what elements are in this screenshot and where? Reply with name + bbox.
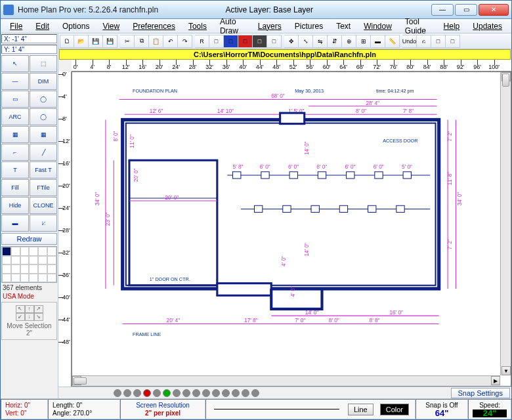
status-dot-10[interactable]: [212, 389, 220, 397]
toolbar-tool-b[interactable]: □: [224, 35, 238, 48]
vertical-scrollbar[interactable]: ▲ ▼: [500, 72, 511, 375]
swatch-11[interactable]: [47, 256, 56, 265]
menu-help[interactable]: Help: [438, 20, 465, 32]
tool-2[interactable]: —: [1, 73, 29, 90]
toolbar-red[interactable]: □: [238, 35, 253, 48]
status-dot-5[interactable]: [163, 389, 171, 397]
swatch-3[interactable]: [29, 247, 38, 256]
tool-12[interactable]: T: [1, 161, 29, 178]
swatch-9[interactable]: [29, 256, 38, 265]
swatch-20[interactable]: [20, 274, 30, 283]
horizontal-scrollbar[interactable]: ◀ ▶: [72, 375, 500, 386]
menu-updates[interactable]: Updates: [467, 20, 507, 32]
toolbar-copy[interactable]: ⧉: [135, 35, 149, 48]
menu-tools[interactable]: Tools: [183, 20, 212, 32]
menu-file[interactable]: File: [5, 20, 28, 32]
swatch-7[interactable]: [11, 256, 20, 265]
snap-settings-button[interactable]: Snap Settings: [451, 388, 511, 398]
color-button[interactable]: Color: [380, 404, 409, 415]
swatch-6[interactable]: [2, 256, 11, 265]
toolbar-center[interactable]: ⊕: [342, 35, 356, 48]
swatch-14[interactable]: [20, 264, 30, 274]
toolbar-redo[interactable]: ↷: [178, 35, 192, 48]
tool-3[interactable]: DIM: [30, 73, 57, 90]
status-dot-3[interactable]: [143, 389, 151, 397]
tool-13[interactable]: Fast T: [30, 161, 57, 178]
toolbar-new[interactable]: 🗋: [60, 35, 74, 48]
move-selection-panel[interactable]: ↖↑↗ ↙↓↘ Move Selection 2": [1, 302, 57, 340]
swatch-2[interactable]: [20, 247, 30, 256]
swatch-1[interactable]: [11, 247, 20, 256]
toolbar-ruler[interactable]: 📏: [385, 35, 400, 48]
tool-9[interactable]: ▦: [30, 126, 57, 143]
toolbar-strike[interactable]: ▬: [371, 35, 385, 48]
swatch-0[interactable]: [2, 247, 11, 256]
toolbar-move[interactable]: ✥: [284, 35, 299, 48]
swatch-23[interactable]: [47, 274, 56, 283]
swatch-19[interactable]: [11, 274, 20, 283]
toolbar-tool-a[interactable]: □: [209, 35, 224, 48]
status-dot-4[interactable]: [153, 389, 161, 397]
tool-8[interactable]: ▦: [1, 126, 29, 143]
drawing-canvas[interactable]: FOUNDATION PLAN May 30, 2013 time: 04:12…: [72, 72, 511, 387]
tool-18[interactable]: ▬: [1, 215, 29, 232]
swatch-22[interactable]: [38, 274, 47, 283]
tool-19[interactable]: ⟀: [30, 215, 57, 232]
tool-4[interactable]: ▭: [1, 91, 29, 108]
toolbar-flip-v[interactable]: ⇵: [328, 35, 342, 48]
maximize-button[interactable]: ▭: [455, 4, 477, 16]
toolbar-reg[interactable]: R: [195, 35, 209, 48]
redraw-button[interactable]: Redraw: [1, 233, 57, 245]
tool-1[interactable]: ⬚: [30, 55, 57, 72]
tool-6[interactable]: ARC: [1, 108, 29, 125]
line-button[interactable]: Line: [348, 404, 373, 415]
status-dot-1[interactable]: [123, 389, 131, 397]
close-button[interactable]: ✕: [479, 4, 509, 16]
menu-layers[interactable]: Layers: [253, 20, 287, 32]
minimize-button[interactable]: —: [431, 4, 454, 16]
toolbar-extra2[interactable]: □: [446, 35, 460, 48]
tool-10[interactable]: ⌐: [1, 144, 29, 161]
swatch-16[interactable]: [38, 264, 47, 274]
status-speed[interactable]: Speed:24": [468, 399, 511, 419]
scroll-h-thumb[interactable]: [74, 377, 87, 385]
toolbar-snap-a[interactable]: ⊞: [356, 35, 371, 48]
scroll-down-button[interactable]: ▼: [501, 366, 511, 375]
toolbar-paste[interactable]: 📋: [149, 35, 163, 48]
swatch-15[interactable]: [29, 264, 38, 274]
toolbar-open[interactable]: 📂: [74, 35, 89, 48]
status-dot-12[interactable]: [232, 389, 240, 397]
menu-preferences[interactable]: Preferences: [127, 20, 181, 32]
toolbar-save2[interactable]: 💾: [103, 35, 117, 48]
scroll-v-thumb[interactable]: [502, 74, 509, 87]
tool-11[interactable]: ╱: [30, 144, 57, 161]
toolbar-und1[interactable]: Undo: [402, 35, 417, 48]
tool-16[interactable]: Hide: [1, 197, 29, 214]
swatch-5[interactable]: [47, 247, 56, 256]
tool-5[interactable]: ◯: [30, 91, 57, 108]
status-dot-9[interactable]: [202, 389, 210, 397]
swatch-4[interactable]: [38, 247, 47, 256]
tool-7[interactable]: ◯: [30, 108, 57, 125]
scroll-right-button[interactable]: ▶: [491, 376, 500, 385]
swatch-8[interactable]: [20, 256, 30, 265]
status-snap[interactable]: Snap is Off64": [416, 399, 468, 419]
tool-17[interactable]: CLONE: [30, 197, 57, 214]
swatch-18[interactable]: [2, 274, 11, 283]
toolbar-undo[interactable]: ↶: [163, 35, 178, 48]
toolbar-flip-h[interactable]: ⇋: [313, 35, 328, 48]
swatch-10[interactable]: [38, 256, 47, 265]
toolbar-blank[interactable]: □: [267, 35, 282, 48]
arrow-n[interactable]: ↑: [25, 305, 34, 313]
status-dot-0[interactable]: [114, 389, 121, 397]
status-dot-2[interactable]: [133, 389, 141, 397]
status-dot-8[interactable]: [192, 389, 200, 397]
menu-edit[interactable]: Edit: [30, 20, 54, 32]
arrow-sw[interactable]: ↙: [16, 313, 25, 321]
tool-0[interactable]: ↖: [1, 55, 29, 72]
tool-14[interactable]: Fill: [1, 179, 29, 196]
swatch-12[interactable]: [2, 264, 11, 274]
menu-text[interactable]: Text: [331, 20, 356, 32]
arrow-s[interactable]: ↓: [25, 313, 34, 321]
arrow-nw[interactable]: ↖: [16, 305, 25, 313]
